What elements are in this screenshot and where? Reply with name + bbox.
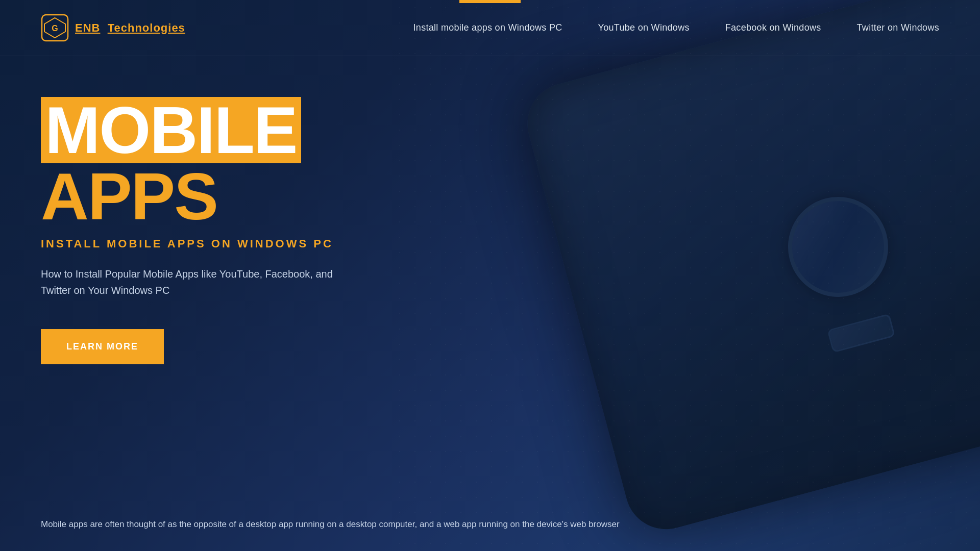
hero-title-orange: APPS	[41, 159, 217, 234]
hero-subtitle: Install mobile apps on Windows PC	[41, 237, 368, 251]
hero-title: MOBILE APPS	[41, 97, 368, 230]
hero-description: How to Install Popular Mobile Apps like …	[41, 266, 337, 298]
nav-links: Install mobile apps on Windows PC YouTub…	[413, 22, 939, 33]
hero-title-white: MOBILE	[45, 93, 297, 167]
nav-link-youtube[interactable]: YouTube on Windows	[598, 22, 690, 33]
nav-link-install[interactable]: Install mobile apps on Windows PC	[413, 22, 562, 33]
hero-section: MOBILE APPS Install mobile apps on Windo…	[0, 56, 408, 364]
logo-name-prefix: ENB	[75, 21, 100, 34]
nav-item-youtube[interactable]: YouTube on Windows	[598, 22, 690, 33]
bottom-description: Mobile apps are often thought of as the …	[41, 518, 939, 531]
logo-text: ENB Technologies	[75, 21, 185, 35]
logo-icon: G	[41, 14, 69, 42]
nav-link-facebook[interactable]: Facebook on Windows	[725, 22, 821, 33]
navbar: G ENB Technologies Install mobile apps o…	[0, 0, 980, 56]
svg-text:G: G	[52, 24, 58, 33]
learn-more-button[interactable]: LEARN MORE	[41, 329, 164, 364]
logo-container: G ENB Technologies	[41, 14, 185, 42]
nav-link-twitter[interactable]: Twitter on Windows	[857, 22, 939, 33]
logo-name-suffix: Technologies	[108, 21, 185, 34]
hero-title-highlight: MOBILE	[41, 97, 301, 163]
nav-item-install[interactable]: Install mobile apps on Windows PC	[413, 22, 562, 33]
bottom-text-content: Mobile apps are often thought of as the …	[41, 518, 939, 531]
nav-item-twitter[interactable]: Twitter on Windows	[857, 22, 939, 33]
nav-item-facebook[interactable]: Facebook on Windows	[725, 22, 821, 33]
